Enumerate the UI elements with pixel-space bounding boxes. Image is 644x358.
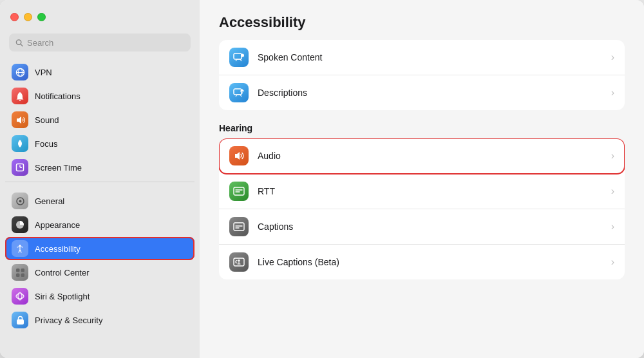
sidebar-item-general[interactable]: General [5, 189, 194, 212]
svg-point-5 [19, 100, 21, 101]
page-title: Accessibility [219, 14, 625, 31]
svg-rect-28 [234, 223, 244, 231]
sidebar-item-label: Screen Time [35, 163, 82, 173]
live-captions-chevron: › [611, 256, 614, 268]
screentime-icon [12, 159, 28, 176]
sidebar-item-screentime[interactable]: Screen Time [5, 156, 194, 179]
appearance-icon [12, 216, 28, 233]
vision-settings-group: Spoken Content › Descriptions › [219, 40, 625, 110]
focus-icon [12, 135, 28, 152]
descriptions-icon [229, 83, 249, 102]
sidebar-item-label: Control Center [35, 268, 90, 278]
svg-rect-14 [16, 268, 20, 272]
hearing-section-header: Hearing [219, 123, 625, 133]
svg-rect-21 [234, 53, 242, 59]
sidebar: VPN Notifications [0, 0, 200, 358]
sidebar-item-label: Notifications [35, 91, 80, 101]
live-captions-row[interactable]: Live Captions (Beta) › [219, 245, 625, 279]
audio-chevron: › [611, 150, 614, 162]
spoken-content-icon [229, 48, 249, 67]
rtt-icon [229, 182, 249, 201]
svg-point-10 [19, 200, 21, 202]
main-body: Spoken Content › Descriptions › [200, 37, 644, 358]
sidebar-item-label: Sound [35, 115, 59, 125]
maximize-button[interactable] [37, 13, 46, 21]
rtt-label: RTT [258, 186, 602, 196]
main-content: Accessibility Spoken Content › [200, 0, 644, 358]
audio-label: Audio [258, 151, 602, 161]
search-input[interactable] [27, 38, 184, 48]
siri-icon [12, 288, 28, 305]
svg-rect-20 [17, 319, 24, 325]
sidebar-item-label: Focus [35, 139, 57, 149]
captions-chevron: › [611, 221, 614, 232]
sidebar-item-label: Privacy & Security [35, 316, 102, 325]
sidebar-item-label: Accessibility [35, 244, 80, 254]
svg-rect-17 [21, 273, 24, 277]
audio-row[interactable]: Audio › [219, 138, 625, 174]
sidebar-item-siri[interactable]: Siri & Spotlight [5, 285, 194, 308]
sidebar-item-appearance[interactable]: Appearance [5, 213, 194, 236]
titlebar [0, 0, 200, 33]
svg-point-22 [241, 54, 244, 57]
svg-marker-6 [17, 117, 21, 124]
search-bar[interactable] [9, 33, 191, 52]
rtt-row[interactable]: RTT › [219, 174, 625, 209]
sidebar-item-focus[interactable]: Focus [5, 132, 194, 155]
accessibility-icon [12, 240, 28, 257]
spoken-content-row[interactable]: Spoken Content › [219, 40, 625, 75]
notifications-icon [12, 88, 28, 104]
svg-line-1 [21, 44, 23, 46]
sidebar-list: VPN Notifications [0, 58, 200, 358]
sound-icon [12, 111, 28, 128]
svg-rect-25 [234, 187, 244, 195]
svg-rect-15 [21, 268, 24, 272]
general-icon [12, 193, 28, 209]
descriptions-chevron: › [611, 87, 614, 99]
close-button[interactable] [10, 13, 19, 21]
live-captions-icon [229, 252, 249, 272]
sidebar-item-sound[interactable]: Sound [5, 108, 194, 131]
spoken-content-chevron: › [611, 52, 614, 63]
captions-row[interactable]: Captions › [219, 209, 625, 245]
hearing-settings-group: Audio › RTT › [219, 138, 625, 279]
descriptions-label: Descriptions [258, 88, 602, 98]
sidebar-item-label: VPN [35, 68, 52, 77]
privacy-icon [12, 312, 28, 328]
main-header: Accessibility [200, 0, 644, 37]
sidebar-item-notifications[interactable]: Notifications [5, 84, 194, 108]
captions-icon [229, 217, 249, 236]
svg-rect-16 [16, 273, 20, 277]
system-settings-window: VPN Notifications [0, 0, 644, 358]
spoken-content-label: Spoken Content [258, 52, 602, 62]
sidebar-item-label: Siri & Spotlight [35, 292, 90, 301]
search-icon [15, 39, 23, 47]
sidebar-item-privacy[interactable]: Privacy & Security [5, 308, 194, 332]
audio-icon [229, 146, 249, 165]
svg-rect-23 [234, 89, 242, 95]
svg-point-18 [16, 294, 24, 299]
live-captions-label: Live Captions (Beta) [258, 257, 602, 267]
sidebar-item-controlcenter[interactable]: Control Center [5, 261, 194, 284]
sidebar-item-label: General [35, 196, 64, 206]
minimize-button[interactable] [24, 13, 32, 21]
rtt-chevron: › [611, 185, 614, 197]
vpn-icon [12, 64, 28, 80]
descriptions-row[interactable]: Descriptions › [219, 75, 625, 110]
sidebar-item-accessibility[interactable]: Accessibility [5, 237, 194, 260]
controlcenter-icon [12, 264, 28, 281]
captions-label: Captions [258, 221, 602, 232]
sidebar-item-label: Appearance [35, 220, 80, 230]
sidebar-item-vpn[interactable]: VPN [5, 61, 194, 84]
svg-marker-24 [235, 152, 240, 160]
